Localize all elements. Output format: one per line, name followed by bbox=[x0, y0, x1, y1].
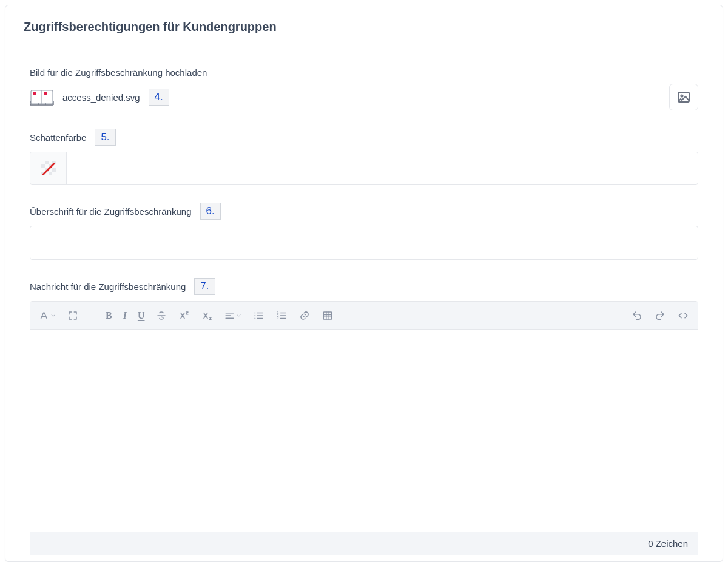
uploaded-file-name: access_denied.svg bbox=[62, 92, 140, 103]
svg-text:3: 3 bbox=[277, 316, 279, 320]
unordered-list-button[interactable] bbox=[252, 310, 265, 322]
svg-point-13 bbox=[255, 317, 256, 319]
character-count: 0 Zeichen bbox=[648, 538, 688, 549]
settings-card: Zugriffsberechtigungen für Kundengruppen… bbox=[5, 5, 723, 562]
editor-footer: 0 Zeichen bbox=[30, 532, 698, 555]
font-format-icon bbox=[39, 310, 49, 321]
chevron-down-icon bbox=[50, 313, 56, 319]
svg-rect-3 bbox=[44, 92, 47, 95]
strikethrough-button[interactable] bbox=[155, 310, 167, 322]
chevron-down-icon bbox=[236, 313, 241, 319]
headline-input[interactable] bbox=[30, 226, 698, 260]
align-dropdown[interactable] bbox=[224, 310, 241, 322]
headline-field: Überschrift für die Zugriffsbeschränkung… bbox=[30, 203, 698, 260]
expand-icon bbox=[67, 310, 78, 321]
image-icon bbox=[676, 90, 691, 104]
undo-icon bbox=[632, 310, 642, 321]
undo-button[interactable] bbox=[631, 310, 643, 322]
message-field: Nachricht für die Zugriffsbeschränkung 7… bbox=[30, 278, 698, 555]
card-header: Zugriffsberechtigungen für Kundengruppen bbox=[5, 5, 723, 49]
ordered-list-button[interactable]: 123 bbox=[275, 310, 288, 322]
link-button[interactable] bbox=[298, 310, 311, 322]
message-label: Nachricht für die Zugriffsbeschränkung bbox=[30, 282, 186, 292]
upload-field: Bild für die Zugriffsbeschränkung hochla… bbox=[30, 67, 698, 110]
underline-button[interactable]: U bbox=[138, 310, 145, 322]
color-picker-button[interactable] bbox=[30, 152, 67, 184]
svg-point-11 bbox=[255, 312, 256, 313]
card-title: Zugriffsberechtigungen für Kundengruppen bbox=[24, 20, 704, 34]
editor-toolbar: B I U bbox=[30, 302, 698, 330]
shadow-color-input[interactable] bbox=[67, 152, 698, 184]
unordered-list-icon bbox=[253, 310, 264, 321]
font-format-dropdown[interactable] bbox=[39, 310, 56, 322]
table-icon bbox=[322, 310, 333, 321]
uploaded-image-thumbnail[interactable] bbox=[30, 87, 54, 107]
svg-point-12 bbox=[255, 315, 256, 316]
italic-button[interactable]: I bbox=[123, 310, 127, 322]
headline-label: Überschrift für die Zugriffsbeschränkung bbox=[30, 206, 192, 217]
card-body: Bild für die Zugriffsbeschränkung hochla… bbox=[5, 49, 723, 561]
annotation-4: 4. bbox=[149, 89, 169, 106]
strikethrough-icon bbox=[156, 310, 167, 321]
subscript-button[interactable] bbox=[201, 310, 214, 322]
superscript-icon bbox=[179, 310, 190, 321]
bold-button[interactable]: B bbox=[106, 310, 112, 322]
shadow-color-label: Schattenfarbe bbox=[30, 132, 86, 143]
subscript-icon bbox=[202, 310, 213, 321]
align-icon bbox=[224, 310, 235, 321]
redo-icon bbox=[655, 310, 666, 321]
ordered-list-icon: 123 bbox=[276, 310, 287, 321]
upload-label: Bild für die Zugriffsbeschränkung hochla… bbox=[30, 67, 207, 78]
svg-rect-2 bbox=[33, 92, 36, 95]
no-color-icon bbox=[41, 161, 56, 175]
shadow-color-input-wrap bbox=[30, 152, 698, 185]
rich-text-editor: B I U bbox=[30, 301, 698, 555]
editor-textarea[interactable] bbox=[30, 330, 698, 532]
annotation-6: 6. bbox=[200, 203, 221, 220]
code-icon bbox=[678, 310, 689, 321]
superscript-button[interactable] bbox=[178, 310, 190, 322]
expand-button[interactable] bbox=[67, 310, 79, 322]
annotation-5: 5. bbox=[95, 129, 115, 146]
svg-point-10 bbox=[681, 95, 682, 96]
redo-button[interactable] bbox=[654, 310, 666, 322]
link-icon bbox=[299, 310, 310, 321]
shadow-color-field: Schattenfarbe 5. bbox=[30, 129, 698, 185]
source-code-button[interactable] bbox=[677, 310, 689, 322]
svg-rect-17 bbox=[324, 312, 332, 319]
upload-image-button[interactable] bbox=[669, 84, 698, 110]
annotation-7: 7. bbox=[194, 278, 215, 295]
table-button[interactable] bbox=[322, 310, 334, 322]
